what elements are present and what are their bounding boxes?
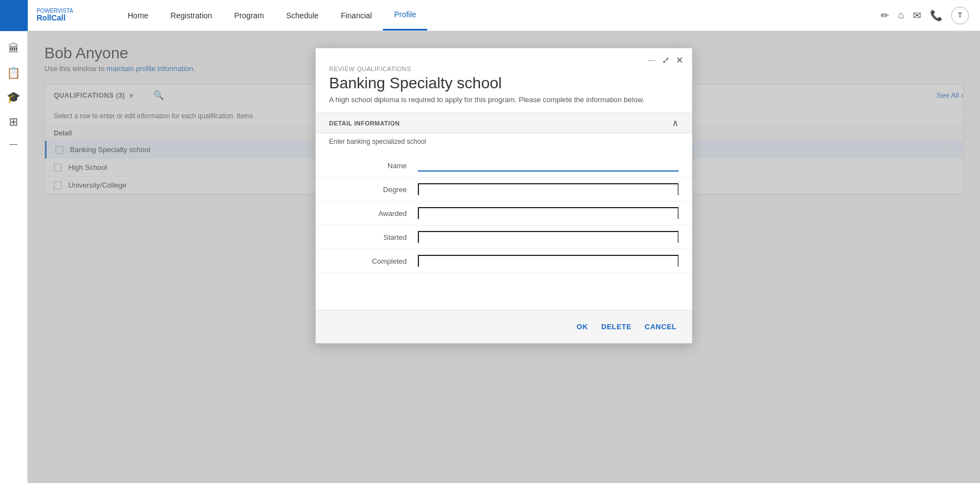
sidebar: 🏛 📋 🎓 ⊞ — <box>0 31 28 483</box>
ok-button[interactable]: OK <box>574 319 590 334</box>
form-row-awarded: Awarded <box>316 202 692 225</box>
nav-home[interactable]: Home <box>117 0 159 31</box>
modal-toolbar: ··· ⤢ ✕ <box>316 48 692 66</box>
sidebar-icon-grid[interactable]: ⊞ <box>9 115 18 128</box>
logo-line2: RollCall <box>37 14 73 22</box>
modal-close-icon[interactable]: ✕ <box>676 55 683 66</box>
form-row-name: Name <box>316 154 692 178</box>
brand-bar <box>0 0 28 31</box>
field-label-degree: Degree <box>329 185 418 194</box>
field-label-name: Name <box>329 162 418 170</box>
nav-registration[interactable]: Registration <box>159 0 223 31</box>
field-input-name[interactable] <box>418 160 679 172</box>
detail-collapse-icon[interactable]: ∧ <box>672 118 679 128</box>
modal-overlay: ··· ⤢ ✕ REVIEW QUALIFICATIONS Banking Sp… <box>28 31 980 483</box>
form-row-completed: Completed <box>316 249 692 273</box>
logo: POWERVISTA RollCall <box>28 8 117 22</box>
field-label-awarded: Awarded <box>329 209 418 218</box>
modal-description: A high school diploma is required to app… <box>329 95 679 104</box>
form-row-degree: Degree <box>316 178 692 202</box>
modal-form: Name Degree Awarded Started <box>316 154 692 310</box>
top-navigation: POWERVISTA RollCall Home Registration Pr… <box>0 0 980 31</box>
field-input-started[interactable] <box>418 231 679 243</box>
field-label-completed: Completed <box>329 257 418 265</box>
content-area: Bob Anyone Use this window to maintain p… <box>28 31 980 483</box>
field-label-started: Started <box>329 233 418 242</box>
modal-footer: OK DELETE CANCEL <box>316 310 692 343</box>
phone-icon[interactable]: 📞 <box>930 9 942 22</box>
modal-header: REVIEW QUALIFICATIONS Banking Specialty … <box>316 66 692 113</box>
mail-icon[interactable]: ✉ <box>913 9 921 22</box>
home-icon[interactable]: ⌂ <box>898 9 904 21</box>
detail-section-title: DETAIL INFORMATION <box>329 120 400 127</box>
sidebar-icon-institution[interactable]: 🏛 <box>8 42 19 55</box>
modal-review-label: REVIEW QUALIFICATIONS <box>329 66 679 72</box>
review-qualifications-modal: ··· ⤢ ✕ REVIEW QUALIFICATIONS Banking Sp… <box>315 48 693 344</box>
nav-financial[interactable]: Financial <box>330 0 383 31</box>
detail-section-subtitle: Enter banking specialized school <box>316 133 692 154</box>
nav-right-icons: ✏ ⌂ ✉ 📞 T <box>870 7 980 24</box>
sidebar-icon-graduation[interactable]: 🎓 <box>7 90 21 104</box>
modal-more-icon[interactable]: ··· <box>648 56 655 66</box>
cancel-button[interactable]: CANCEL <box>643 319 679 334</box>
nav-links: Home Registration Program Schedule Finan… <box>117 0 870 31</box>
detail-section-header: DETAIL INFORMATION ∧ <box>316 113 692 133</box>
field-input-degree[interactable] <box>418 183 679 195</box>
sidebar-icon-book[interactable]: 📋 <box>7 66 21 79</box>
field-input-completed[interactable] <box>418 255 679 267</box>
modal-title: Banking Specialty school <box>329 74 679 92</box>
nav-schedule[interactable]: Schedule <box>275 0 330 31</box>
field-input-awarded[interactable] <box>418 207 679 219</box>
nav-program[interactable]: Program <box>223 0 275 31</box>
nav-profile[interactable]: Profile <box>383 0 427 31</box>
modal-expand-icon[interactable]: ⤢ <box>662 55 669 66</box>
form-row-started: Started <box>316 225 692 249</box>
delete-button[interactable]: DELETE <box>599 319 634 334</box>
main-layout: 🏛 📋 🎓 ⊞ — Bob Anyone Use this window to … <box>0 31 980 483</box>
sidebar-icon-more[interactable]: — <box>10 139 18 148</box>
edit-icon[interactable]: ✏ <box>881 9 889 22</box>
user-avatar[interactable]: T <box>951 7 969 24</box>
